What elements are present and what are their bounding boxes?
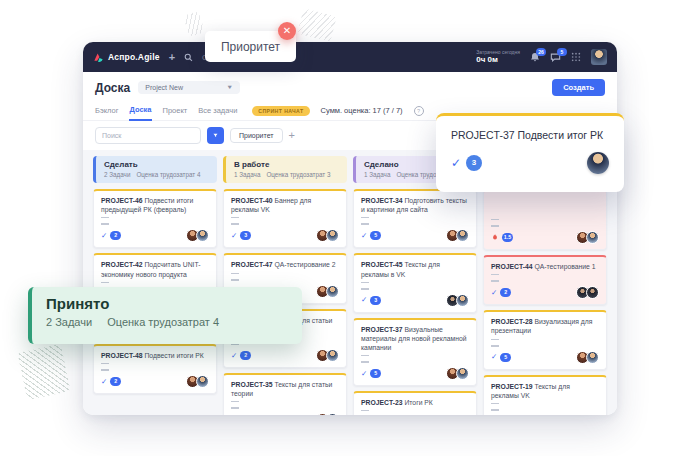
accepted-title: Принято bbox=[46, 295, 288, 312]
check-icon: ✓ bbox=[361, 232, 367, 240]
task-card[interactable]: PROJECT-45 Тексты для рекламы в VK ✓ 3 bbox=[353, 253, 477, 312]
task-card[interactable]: PROJECT-48 Подвести итоги РК ✓ 2 bbox=[93, 344, 217, 394]
board-column: Принято 2 ЗадачиОценка трудозатрат 4 ✓ 1… bbox=[483, 156, 607, 415]
column-count: 2 Задачи bbox=[104, 171, 130, 178]
check-icon: ✓ bbox=[101, 378, 107, 386]
board-column: Сделать 2 ЗадачиОценка трудозатрат 4 PRO… bbox=[93, 156, 217, 415]
card-footer: ✓ 3 bbox=[231, 229, 339, 242]
check-icon: ✓ bbox=[451, 156, 461, 170]
tab-project[interactable]: Проект bbox=[163, 102, 188, 120]
card-avatars bbox=[579, 231, 599, 244]
avatar bbox=[326, 229, 339, 242]
card-text: PROJECT-35 Тексты для статьи теории bbox=[231, 380, 339, 398]
card-title: QA-тестирование 2 bbox=[273, 261, 336, 268]
time-tracker-value: 0ч 0м bbox=[476, 55, 520, 65]
tab-all-tasks[interactable]: Все задачи bbox=[198, 102, 237, 120]
task-card[interactable]: PROJECT-46 Подвести итоги предыдущей РК … bbox=[93, 189, 217, 248]
task-card[interactable]: PROJECT-44 QA-тестирование 1 ✓ 2 bbox=[483, 255, 607, 305]
board-column: В работе 1 ЗадачаОценка трудозатрат 3 PR… bbox=[223, 156, 347, 415]
column-estimate: Оценка трудозатрат 3 bbox=[266, 171, 330, 178]
accepted-count: 2 Задачи bbox=[46, 316, 92, 328]
add-icon[interactable]: + bbox=[169, 52, 175, 63]
page-title: Доска bbox=[95, 81, 130, 95]
priority-filter-chip[interactable]: Приоритет bbox=[230, 128, 283, 143]
avatar bbox=[326, 413, 339, 415]
column-count: 1 Задача bbox=[364, 171, 390, 178]
accepted-meta: 2 Задачи Оценка трудозатрат 4 bbox=[46, 316, 288, 328]
task-card[interactable]: PROJECT-37 Визуальные материалы для ново… bbox=[353, 318, 477, 387]
sketch-texture bbox=[17, 344, 70, 400]
avatar bbox=[586, 231, 599, 244]
task-card[interactable]: ✓ 1.5 bbox=[483, 189, 607, 250]
task-card[interactable]: PROJECT-34 Подготовить тексты и картинки… bbox=[353, 189, 477, 248]
check-icon: ✓ bbox=[231, 232, 237, 240]
topbar-right: Затрачено сегодня 0ч 0м 26 5 bbox=[476, 49, 607, 65]
screenshot-stage: Аспро.Agile + Спринт Затрачено сегодня 0… bbox=[0, 0, 700, 456]
brand-name: Аспро.Agile bbox=[108, 52, 160, 62]
card-points: 2 bbox=[500, 288, 511, 297]
task-card[interactable]: PROJECT-40 Баннер для рекламы VK ✓ 3 bbox=[223, 189, 347, 248]
dragged-task-card[interactable]: PROJECT-37 Подвести итог РК ✓ 3 bbox=[436, 113, 624, 192]
card-code: PROJECT-37 bbox=[361, 326, 403, 333]
card-text: PROJECT-47 QA-тестирование 2 bbox=[231, 260, 339, 269]
time-tracker[interactable]: Затрачено сегодня 0ч 0м bbox=[476, 49, 520, 65]
notifications-bell[interactable]: 26 bbox=[530, 52, 540, 63]
card-footer: ✓ 1.5 bbox=[491, 231, 599, 244]
column-header[interactable]: Сделать 2 ЗадачиОценка трудозатрат 4 bbox=[93, 156, 217, 183]
card-text: PROJECT-34 Подготовить тексты и картинки… bbox=[361, 196, 469, 214]
card-text: PROJECT-48 Подвести итоги РК bbox=[101, 351, 209, 360]
brand[interactable]: Аспро.Agile bbox=[93, 52, 160, 63]
card-text: PROJECT-19 Тексты для рекламы VK bbox=[491, 382, 599, 400]
description-icon bbox=[491, 219, 499, 225]
task-card[interactable]: PROJECT-23 Итоги РК ✓ 5 bbox=[353, 391, 477, 415]
card-footer: ✓ 5 bbox=[491, 351, 599, 364]
column-count: 1 Задача bbox=[234, 171, 260, 178]
tab-backlog[interactable]: Бэклог bbox=[95, 102, 118, 120]
card-footer: ✓ 5 bbox=[361, 367, 469, 380]
card-code: PROJECT-28 bbox=[491, 318, 533, 325]
card-avatars bbox=[319, 229, 339, 242]
column-cards: PROJECT-34 Подготовить тексты и картинки… bbox=[353, 189, 477, 415]
accepted-column-callout: Принято 2 Задачи Оценка трудозатрат 4 bbox=[28, 287, 302, 344]
filter-button[interactable] bbox=[207, 127, 224, 144]
close-icon[interactable]: ✕ bbox=[278, 22, 296, 40]
messages-button[interactable]: 5 bbox=[550, 52, 561, 62]
task-card[interactable]: PROJECT-19 Тексты для рекламы VK ✓ 5 bbox=[483, 375, 607, 415]
card-code: PROJECT-46 bbox=[101, 197, 143, 204]
avatar bbox=[196, 229, 209, 242]
user-avatar[interactable] bbox=[591, 49, 607, 65]
fire-icon bbox=[491, 233, 499, 242]
card-points: 5 bbox=[370, 231, 381, 240]
card-text: PROJECT-23 Итоги РК bbox=[361, 398, 469, 407]
column-title: Сделать bbox=[104, 160, 209, 169]
card-avatars bbox=[449, 294, 469, 307]
card-text: PROJECT-37 Визуальные материалы для ново… bbox=[361, 325, 469, 353]
project-select[interactable]: Project New ▼ bbox=[138, 81, 240, 94]
sketch-texture bbox=[297, 8, 336, 41]
accepted-estimate: Оценка трудозатрат 4 bbox=[107, 316, 219, 328]
chat-badge: 5 bbox=[557, 48, 567, 56]
apps-grid-icon[interactable] bbox=[571, 52, 581, 62]
card-points: 2 bbox=[110, 231, 121, 240]
column-header[interactable]: В работе 1 ЗадачаОценка трудозатрат 3 bbox=[223, 156, 347, 183]
card-text bbox=[491, 196, 599, 216]
project-select-value: Project New bbox=[145, 84, 183, 91]
search-input[interactable] bbox=[95, 127, 201, 144]
add-filter-button[interactable]: + bbox=[289, 130, 295, 141]
tab-board[interactable]: Доска bbox=[129, 101, 151, 121]
avatar bbox=[326, 349, 339, 362]
task-card[interactable]: PROJECT-35 Тексты для статьи теории ✓ 3 bbox=[223, 373, 347, 415]
card-code: PROJECT-35 bbox=[231, 381, 273, 388]
check-icon: ✓ bbox=[361, 296, 367, 304]
task-card[interactable]: PROJECT-28 Визуализация для презентации … bbox=[483, 310, 607, 369]
card-code: PROJECT-45 bbox=[361, 261, 403, 268]
sketch-texture bbox=[183, 11, 205, 37]
search-icon[interactable] bbox=[184, 53, 193, 62]
info-icon[interactable]: ? bbox=[414, 106, 424, 116]
card-avatars bbox=[189, 375, 209, 388]
card-code: PROJECT-44 bbox=[491, 263, 533, 270]
funnel-icon bbox=[213, 131, 218, 140]
dragged-card-footer: ✓ 3 bbox=[436, 141, 624, 174]
bell-badge: 26 bbox=[536, 48, 546, 56]
create-button[interactable]: Создать bbox=[552, 79, 605, 96]
